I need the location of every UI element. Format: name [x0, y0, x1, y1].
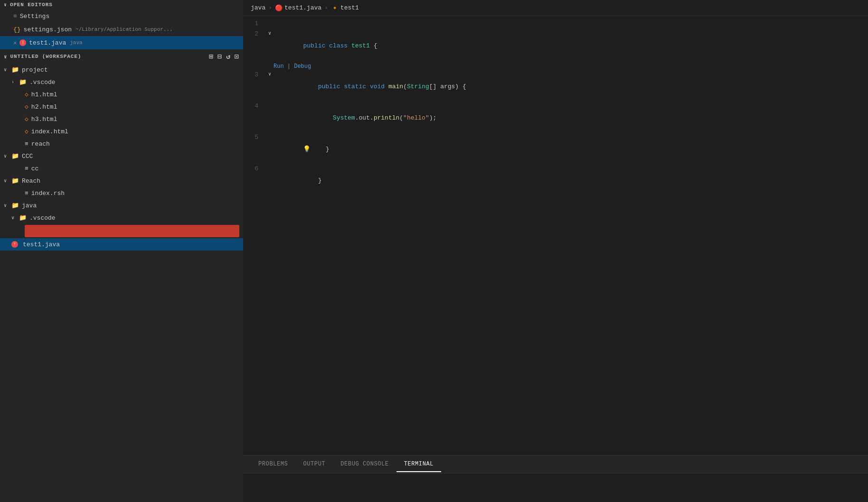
breadcrumb: java › 🔴 test1.java › 🔸 test1 — [243, 0, 868, 16]
error-badge: ! — [19, 39, 26, 46]
tree-item-ccc[interactable]: ∨ 📁 CCC — [0, 150, 243, 162]
tree-item-h3-html[interactable]: ◇ h3.html — [0, 113, 243, 125]
main-area: java › 🔴 test1.java › 🔸 test1 1 2 ∨ publ… — [243, 0, 868, 502]
tab-output[interactable]: OUTPUT — [295, 457, 333, 472]
close-icon[interactable]: ✕ — [13, 39, 17, 46]
line-content-5: 💡 } — [274, 134, 860, 165]
open-editors-section: ∨ OPEN EDITORS ≡ Settings {} settings.js… — [0, 0, 243, 49]
sidebar: ∨ OPEN EDITORS ≡ Settings {} settings.js… — [0, 0, 243, 502]
run-link[interactable]: Run — [274, 63, 284, 70]
editor-item-settings-json[interactable]: {} settings.json ~/Library/Application S… — [0, 23, 243, 36]
tree-item-reach[interactable]: ≡ reach — [0, 138, 243, 150]
debug-link[interactable]: Debug — [294, 63, 311, 70]
vscode-folder-icon: 📁 — [19, 78, 27, 86]
settings-json-label: settings.json — [24, 26, 72, 33]
tab-problems[interactable]: PROBLEMS — [251, 457, 295, 472]
bottom-panel: PROBLEMS OUTPUT DEBUG CONSOLE TERMINAL — [243, 455, 868, 502]
h3-html-label: h3.html — [31, 116, 57, 123]
reach-folder-chevron: ∨ — [4, 178, 9, 184]
code-line-2: 2 ∨ public class test1 { — [243, 30, 868, 62]
code-line-6: 6 } — [243, 165, 868, 196]
cc-label: cc — [31, 165, 39, 172]
symbol-icon: 🔸 — [331, 4, 339, 12]
code-line-3: 3 ∨ public static void main(String[] arg… — [243, 71, 868, 102]
tree-item-cc[interactable]: ≡ cc — [0, 162, 243, 175]
line-num-4: 4 — [243, 102, 266, 110]
rename-input-area[interactable] — [25, 225, 239, 237]
editor-item-settings[interactable]: ≡ Settings — [0, 9, 243, 23]
reach-label: reach — [31, 140, 50, 148]
line-num-3: 3 — [243, 71, 266, 78]
tree-item-vscode[interactable]: › 📁 .vscode — [0, 76, 243, 88]
test1-java-label: test1.java — [29, 39, 66, 46]
line-num-6: 6 — [243, 165, 266, 172]
open-editors-header[interactable]: ∨ OPEN EDITORS — [0, 0, 243, 9]
codelens-content: Run | Debug — [274, 63, 311, 70]
tree-item-reach-folder[interactable]: ∨ 📁 Reach — [0, 175, 243, 187]
file-tree: ∨ 📁 project › 📁 .vscode ◇ h1.html — [0, 64, 243, 502]
tree-item-project[interactable]: ∨ 📁 project — [0, 64, 243, 76]
list-icon: ≡ — [13, 13, 17, 20]
html2-icon: ◇ — [25, 103, 28, 111]
line-num-2: 2 — [243, 30, 266, 37]
line-num-5: 5 — [243, 134, 266, 141]
settings-json-path: ~/Library/Application Suppor... — [75, 27, 173, 32]
rsh-icon: ≡ — [25, 190, 28, 197]
test1-error-badge: ! — [11, 241, 18, 248]
h2-html-label: h2.html — [31, 103, 57, 111]
tree-item-test1-java[interactable]: ! test1.java — [0, 238, 243, 251]
line-num-1: 1 — [243, 20, 266, 27]
test1-java-sublabel: java — [70, 40, 82, 46]
editor-content: 1 2 ∨ public class test1 { Run | Debug 3… — [243, 16, 868, 455]
workspace-actions: ⊞ ⊟ ↺ ⊡ — [209, 52, 239, 61]
panel-content — [243, 474, 868, 502]
panel-tabs: PROBLEMS OUTPUT DEBUG CONSOLE TERMINAL — [243, 456, 868, 474]
line-chevron-3[interactable]: ∨ — [266, 71, 274, 77]
html-icon: ◇ — [25, 91, 28, 98]
tree-item-h1-html[interactable]: ◇ h1.html — [0, 88, 243, 101]
json-icon: {} — [13, 26, 21, 33]
line-content-3: public static void main(String[] args) { — [274, 71, 860, 102]
project-label: project — [22, 66, 48, 74]
new-folder-icon[interactable]: ⊟ — [217, 52, 222, 61]
h1-html-label: h1.html — [31, 91, 57, 98]
tree-item-index-html[interactable]: ◇ index.html — [0, 125, 243, 138]
codelens-line: Run | Debug — [243, 62, 868, 71]
tree-item-vscode2[interactable]: ∨ 📁 .vscode — [0, 212, 243, 224]
tab-debug-console[interactable]: DEBUG CONSOLE — [333, 457, 396, 472]
new-file-icon[interactable]: ⊞ — [209, 52, 214, 61]
breadcrumb-symbol: test1 — [340, 4, 359, 11]
settings-label: Settings — [20, 13, 49, 20]
vscode-label: .vscode — [29, 79, 56, 86]
line-content-2: public class test1 { — [274, 30, 860, 62]
tree-item-java[interactable]: ∨ 📁 java — [0, 199, 243, 212]
reach-icon: ≡ — [25, 140, 28, 148]
index-rsh-label: index.rsh — [31, 190, 65, 197]
java-file-icon: 🔴 — [275, 4, 283, 12]
java-chevron: ∨ — [4, 203, 9, 208]
line-content-6: } — [274, 165, 860, 196]
line-chevron-2[interactable]: ∨ — [266, 30, 274, 36]
vscode2-label: .vscode — [29, 214, 56, 222]
project-chevron: ∨ — [4, 67, 9, 73]
tree-item-index-rsh[interactable]: ≡ index.rsh — [0, 187, 243, 199]
reach-folder-label: Reach — [22, 177, 40, 185]
workspace-label: UNTITLED (WORKSPACE) — [10, 54, 82, 59]
tree-item-h2-html[interactable]: ◇ h2.html — [0, 101, 243, 113]
breadcrumb-file: test1.java — [284, 4, 321, 11]
ccc-folder-icon: 📁 — [11, 152, 19, 160]
code-line-1: 1 — [243, 20, 868, 30]
refresh-icon[interactable]: ↺ — [226, 52, 231, 61]
tab-terminal[interactable]: TERMINAL — [396, 457, 441, 472]
breadcrumb-java: java — [251, 4, 265, 11]
java-label: java — [22, 202, 37, 209]
ccc-label: CCC — [22, 153, 33, 160]
ccc-chevron: ∨ — [4, 153, 9, 159]
code-line-5: 5 💡 } — [243, 134, 868, 165]
folder-icon: 📁 — [11, 66, 19, 74]
breadcrumb-sep2: › — [324, 4, 328, 11]
editor-item-test1-java[interactable]: ✕ ! test1.java java — [0, 36, 243, 49]
reach-folder-icon: 📁 — [11, 177, 19, 185]
workspace-header[interactable]: ∨ UNTITLED (WORKSPACE) ⊞ ⊟ ↺ ⊡ — [0, 49, 243, 64]
collapse-icon[interactable]: ⊡ — [235, 52, 239, 61]
